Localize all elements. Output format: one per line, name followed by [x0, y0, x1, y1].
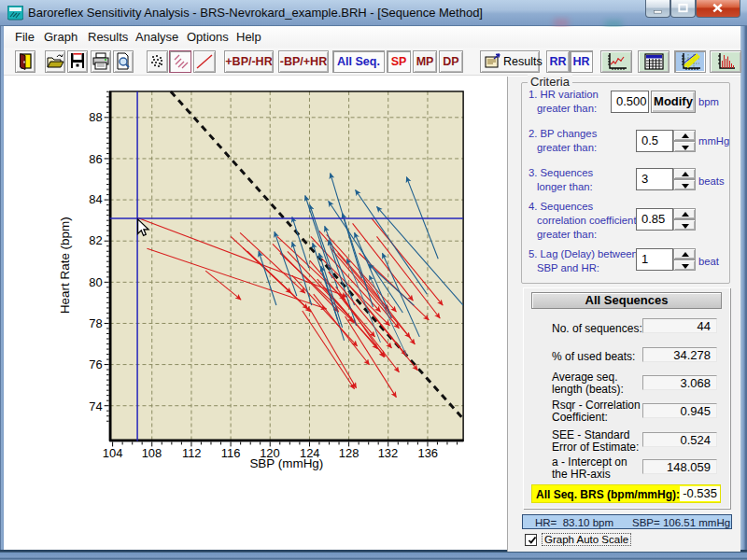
svg-text:128: 128	[339, 446, 359, 460]
svg-text:108: 108	[142, 446, 162, 460]
svg-text:84: 84	[89, 192, 102, 206]
svg-text:80: 80	[89, 275, 102, 289]
svg-text:86: 86	[89, 152, 102, 166]
svg-text:74: 74	[89, 399, 102, 413]
svg-text:136: 136	[417, 446, 438, 460]
svg-text:112: 112	[182, 446, 202, 460]
svg-text:116: 116	[221, 446, 241, 460]
svg-text:88: 88	[89, 110, 102, 124]
svg-text:76: 76	[89, 357, 102, 371]
svg-text:Heart Rate (bpm): Heart Rate (bpm)	[58, 217, 72, 314]
svg-text:82: 82	[89, 233, 102, 247]
svg-text:SBP (mmHg): SBP (mmHg)	[249, 456, 323, 470]
svg-text:104: 104	[103, 446, 123, 460]
svg-text:78: 78	[89, 316, 102, 330]
svg-text:132: 132	[378, 446, 399, 460]
